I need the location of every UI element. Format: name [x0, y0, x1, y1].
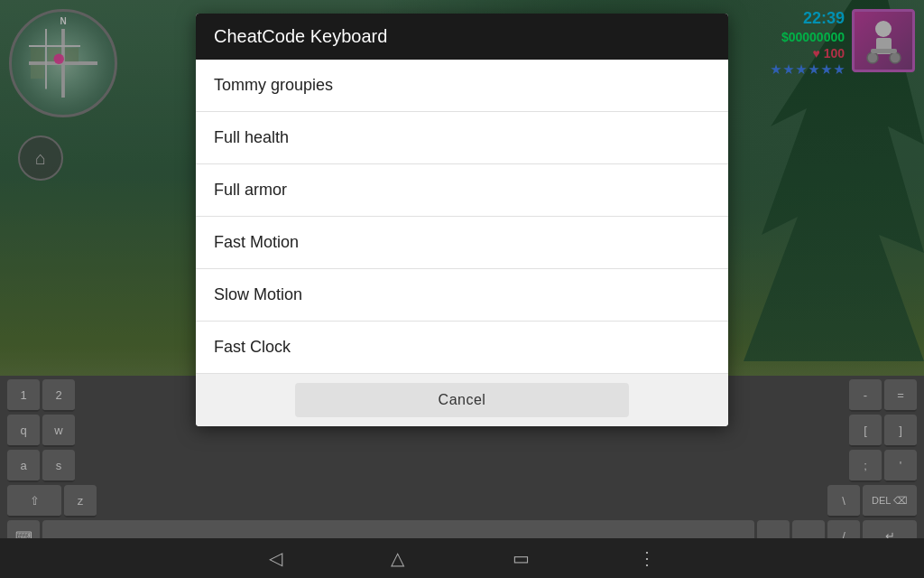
- cheat-full-health[interactable]: Full health: [196, 112, 728, 164]
- nav-recent-icon[interactable]: ▭: [513, 547, 530, 569]
- cheatcode-dialog: CheatCode Keyboard Tommy groupies Full h…: [196, 14, 728, 426]
- modal-footer: Cancel: [196, 374, 728, 426]
- cheat-full-armor[interactable]: Full armor: [196, 164, 728, 217]
- modal-title: CheatCode Keyboard: [214, 26, 710, 47]
- modal-overlay: CheatCode Keyboard Tommy groupies Full h…: [0, 0, 924, 538]
- nav-home-icon[interactable]: △: [391, 547, 404, 569]
- navigation-bar: ◁ △ ▭ ⋮: [0, 538, 924, 578]
- modal-header: CheatCode Keyboard: [196, 14, 728, 60]
- nav-back-icon[interactable]: ◁: [269, 547, 282, 569]
- cheat-slow-motion[interactable]: Slow Motion: [196, 269, 728, 322]
- cheat-fast-motion[interactable]: Fast Motion: [196, 217, 728, 269]
- cheat-fast-clock[interactable]: Fast Clock: [196, 322, 728, 374]
- nav-menu-icon[interactable]: ⋮: [638, 547, 656, 569]
- cheat-tommy-groupies[interactable]: Tommy groupies: [196, 60, 728, 112]
- modal-list: Tommy groupies Full health Full armor Fa…: [196, 60, 728, 374]
- cancel-button[interactable]: Cancel: [295, 383, 629, 417]
